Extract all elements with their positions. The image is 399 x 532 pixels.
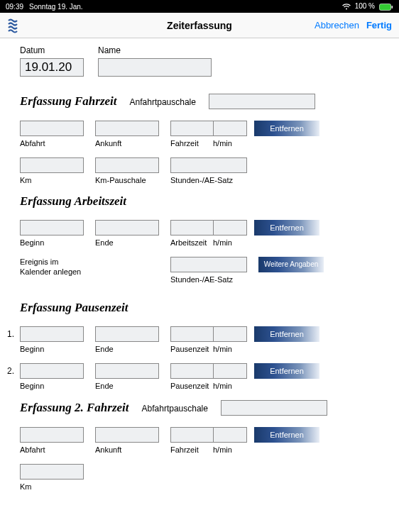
cancel-button[interactable]: Abbrechen	[315, 20, 359, 31]
arbeit-ende-input[interactable]	[95, 220, 159, 235]
ankunft-label: Ankunft	[95, 139, 159, 148]
fahrzeit2-hmin-label: h/min	[213, 445, 247, 454]
hmin-label: h/min	[213, 139, 247, 148]
form-content: Datum Name Erfassung Fahrzeit Anfahrtpau…	[0, 38, 399, 532]
ende-label: Ende	[95, 238, 159, 247]
fahrzeit2-km-label: Km	[20, 482, 84, 491]
km-label: Km	[20, 176, 84, 184]
pause1-ende-label: Ende	[95, 345, 159, 353]
fahrzeit-satz-input[interactable]	[170, 157, 247, 173]
pause1-dauer-label: Pausenzeit	[170, 345, 213, 353]
status-date: Sonntag 19. Jan.	[29, 3, 83, 11]
section-pausenzeit-title: Erfassung Pausenzeit	[20, 301, 386, 315]
pause2-beginn-label: Beginn	[20, 382, 84, 390]
arbeit-satz-input[interactable]	[170, 257, 247, 272]
pause2-remove-button[interactable]: Entfernen	[254, 363, 319, 379]
fahrzeit-ankunft-input[interactable]	[95, 121, 159, 136]
fahrzeit2-ankunft-input[interactable]	[95, 427, 159, 443]
pause-row-num-1: 1.	[7, 329, 14, 339]
section-fahrzeit-title: Erfassung Fahrzeit	[20, 94, 117, 109]
anfahrtpauschale-label: Anfahrtpauschale	[130, 97, 196, 107]
svg-rect-0	[380, 4, 391, 10]
pause1-beginn-input[interactable]	[20, 326, 84, 342]
pause1-remove-button[interactable]: Entfernen	[254, 326, 319, 342]
pause1-dauer-input[interactable]	[170, 326, 213, 342]
fahrzeit2-remove-button[interactable]: Entfernen	[254, 427, 319, 443]
pause1-ende-input[interactable]	[95, 326, 159, 342]
arbeit-beginn-input[interactable]	[20, 220, 84, 235]
pause2-ende-label: Ende	[95, 382, 159, 390]
fahrzeit-label: Fahrzeit	[170, 139, 213, 148]
pause2-ende-input[interactable]	[95, 363, 159, 379]
abfahrtpauschale-input[interactable]	[221, 400, 327, 416]
arbeitszeit-label: Arbeitszeit	[170, 238, 213, 247]
name-label: Name	[98, 45, 212, 55]
battery-icon	[379, 2, 393, 10]
section-arbeitszeit-title: Erfassung Arbeitszeit	[20, 194, 386, 209]
done-button[interactable]: Fertig	[366, 20, 392, 31]
beginn-label: Beginn	[20, 238, 84, 247]
battery-pct: 100 %	[355, 2, 375, 10]
arbeit-hmin-input[interactable]	[213, 220, 247, 235]
arbeit-remove-button[interactable]: Entfernen	[254, 220, 319, 235]
nav-bar: Zeiterfassung Abbrechen Fertig	[0, 13, 399, 38]
name-input[interactable]	[98, 58, 212, 77]
pause-row-num-2: 2.	[7, 366, 14, 376]
fahrzeit-dauer-input[interactable]	[170, 121, 213, 136]
status-time: 09:39	[6, 3, 23, 11]
fahrzeit2-ankunft-label: Ankunft	[95, 445, 159, 454]
fahrzeit2-hmin-input[interactable]	[213, 427, 247, 443]
pause1-hmin-input[interactable]	[213, 326, 247, 342]
section-fahrzeit2-title: Erfassung 2. Fahrzeit	[20, 401, 129, 415]
abfahrtpauschale-label: Abfahrtpauschale	[142, 404, 208, 414]
kmpauschale-label: Km-Pauschale	[95, 176, 159, 184]
hmin-label-2: h/min	[213, 238, 247, 247]
pause2-dauer-label: Pausenzeit	[170, 382, 213, 390]
arbeit-satz-label: Stunden-/AE-Satz	[170, 275, 247, 284]
pause2-hmin-label: h/min	[213, 382, 247, 390]
fahrzeit2-abfahrt-label: Abfahrt	[20, 445, 84, 454]
satz-label: Stunden-/AE-Satz	[170, 176, 247, 184]
abfahrt-label: Abfahrt	[20, 139, 84, 148]
fahrzeit-remove-button[interactable]: Entfernen	[254, 121, 319, 136]
pause2-beginn-input[interactable]	[20, 363, 84, 379]
fahrzeit-kmpauschale-input[interactable]	[95, 157, 159, 173]
fahrzeit2-abfahrt-input[interactable]	[20, 427, 84, 443]
app-logo-icon	[7, 18, 26, 33]
pause1-hmin-label: h/min	[213, 345, 247, 353]
pause2-hmin-input[interactable]	[213, 363, 247, 379]
anfahrtpauschale-input[interactable]	[209, 94, 315, 109]
status-bar: 09:39 Sonntag 19. Jan. 100 %	[0, 0, 399, 13]
calendar-note[interactable]: Ereignis im Kalender anlegen	[20, 257, 84, 277]
fahrzeit2-dauer-label: Fahrzeit	[170, 445, 213, 454]
fahrzeit-abfahrt-input[interactable]	[20, 121, 84, 136]
fahrzeit-km-input[interactable]	[20, 157, 84, 173]
fahrzeit2-dauer-input[interactable]	[170, 427, 213, 443]
fahrzeit2-km-input[interactable]	[20, 464, 84, 480]
fahrzeit-hmin-input[interactable]	[213, 121, 247, 136]
wifi-icon	[342, 2, 351, 10]
svg-rect-1	[392, 6, 393, 9]
datum-input[interactable]	[20, 58, 84, 77]
datum-label: Datum	[20, 45, 84, 55]
pause1-beginn-label: Beginn	[20, 345, 84, 353]
weitere-angaben-button[interactable]: Weitere Angaben	[258, 257, 324, 272]
arbeit-dauer-input[interactable]	[170, 220, 213, 235]
pause2-dauer-input[interactable]	[170, 363, 213, 379]
